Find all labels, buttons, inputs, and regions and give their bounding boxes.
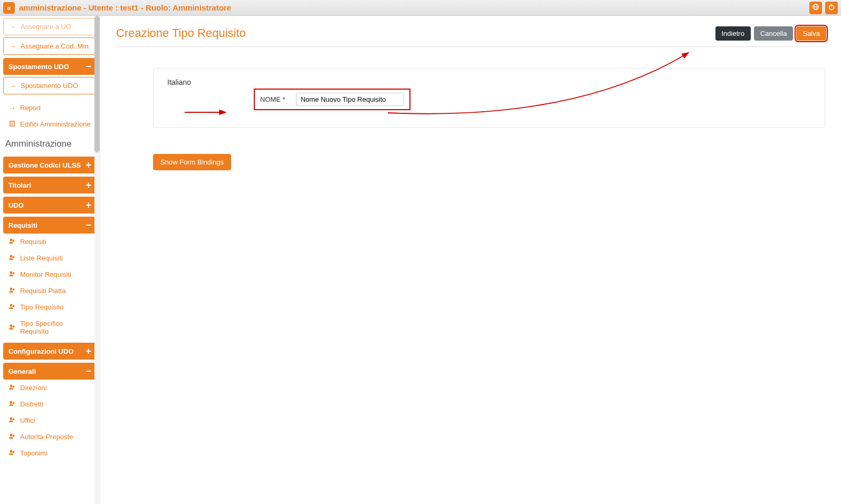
sidebar-item-report[interactable]: → Report: [3, 100, 97, 116]
power-icon: [828, 3, 835, 12]
svg-point-12: [10, 272, 13, 274]
user-edit-icon: [8, 303, 16, 311]
scrollbar-thumb[interactable]: [94, 16, 100, 152]
nome-input[interactable]: [296, 93, 404, 106]
group-config-udo[interactable]: Configurazioni UDO +: [3, 343, 97, 360]
app-title: amministrazione - Utente : test1 - Ruolo…: [19, 3, 231, 12]
sidebar-item-requisiti-piatta[interactable]: Requisiti Piatta: [3, 283, 97, 299]
sidebar-item-edifici[interactable]: Edifici Amministrazione: [3, 116, 97, 132]
main-content: Indietro Cancella Salva Creazione Tipo R…: [100, 16, 841, 504]
field-highlight: NOME *: [254, 89, 410, 110]
svg-point-13: [10, 288, 13, 290]
group-gestione-codici[interactable]: Gestione Codici ULSS +: [3, 157, 97, 173]
svg-rect-5: [10, 121, 14, 126]
plus-icon: +: [85, 200, 91, 210]
show-bindings-button[interactable]: Show Form Bindings: [153, 154, 231, 170]
sidebar-item-tipo-requisito[interactable]: Tipo Requisito: [3, 299, 97, 315]
group-label: Requisiti: [8, 221, 37, 229]
chevron-left-double-icon: «: [7, 4, 11, 12]
user-edit-icon: [8, 384, 16, 392]
sidebar-item-label: Direzioni: [20, 384, 47, 392]
group-label: Configurazioni UDO: [8, 347, 74, 355]
power-button[interactable]: [825, 2, 838, 14]
arrow-right-icon: →: [8, 104, 16, 112]
sidebar-item-spostamento-udo[interactable]: → Spostamento UDO: [3, 77, 97, 94]
sidebar-item-liste-requisiti[interactable]: Liste Requisiti: [3, 250, 97, 266]
arrow-right-icon: →: [9, 23, 16, 31]
group-label: UDO: [8, 201, 24, 209]
sidebar-scrollbar[interactable]: [94, 16, 100, 504]
sidebar-item-label: Tipo Requisito: [20, 303, 64, 311]
user-edit-icon: [8, 324, 16, 332]
user-edit-icon: [8, 416, 16, 424]
header-left: « amministrazione - Utente : test1 - Ruo…: [3, 2, 231, 14]
sidebar-toggle-button[interactable]: «: [3, 2, 15, 14]
cancel-button[interactable]: Cancella: [754, 26, 794, 41]
group-label: Spostamento UDO: [8, 63, 69, 71]
sidebar-item-label: Assegnare a UO: [21, 23, 71, 31]
svg-point-18: [10, 418, 13, 420]
user-edit-icon: [8, 400, 16, 408]
sidebar-item-toponimi[interactable]: Toponimi: [3, 445, 97, 461]
sidebar-item-label: Liste Requisiti: [20, 254, 63, 262]
globe-icon: [812, 3, 819, 12]
back-button[interactable]: Indietro: [715, 26, 751, 41]
user-edit-icon: [8, 449, 16, 457]
sidebar-item-uffici[interactable]: Uffici: [3, 412, 97, 429]
header-right: [809, 2, 838, 14]
sidebar-item-monitor-requisiti[interactable]: Monitor Requisiti: [3, 266, 97, 283]
sidebar-item-label: Toponimi: [20, 449, 47, 457]
field-row-nome: NOME *: [254, 89, 814, 110]
plus-icon: +: [85, 180, 91, 190]
group-label: Gestione Codici ULSS: [8, 161, 81, 169]
group-titolari[interactable]: Titolari +: [3, 177, 97, 193]
sidebar-item-assegnare-uo[interactable]: → Assegnare a UO: [3, 18, 97, 35]
svg-point-16: [10, 385, 13, 387]
svg-point-20: [10, 450, 13, 453]
save-button[interactable]: Salva: [796, 26, 826, 41]
plus-icon: +: [85, 346, 91, 356]
language-label: Italiano: [167, 78, 814, 86]
group-requisiti[interactable]: Requisiti −: [3, 217, 97, 234]
sidebar-item-label: Edifici Amministrazione: [20, 120, 91, 128]
svg-rect-8: [11, 124, 12, 125]
svg-rect-7: [13, 122, 14, 123]
svg-point-14: [10, 304, 13, 307]
sidebar-item-autorita-preposte[interactable]: Autorita Preposte: [3, 429, 97, 445]
svg-point-19: [10, 434, 13, 437]
user-edit-icon: [8, 238, 16, 246]
svg-point-10: [10, 239, 13, 241]
sidebar-item-distretti[interactable]: Distretti: [3, 396, 97, 412]
group-label: Titolari: [8, 181, 31, 189]
globe-button[interactable]: [809, 2, 822, 14]
group-label: Generali: [8, 367, 36, 375]
svg-point-17: [10, 401, 13, 404]
sidebar-item-label: Autorita Preposte: [20, 433, 73, 441]
sidebar-item-requisiti[interactable]: Requisiti: [3, 234, 97, 250]
sidebar-item-label: Tipo Specifico Requisito: [20, 319, 91, 335]
sidebar-item-label: Distretti: [20, 400, 43, 408]
sidebar-item-label: Requisiti Piatta: [20, 287, 66, 295]
user-edit-icon: [8, 254, 16, 262]
sidebar-item-label: Spostamento UDO: [21, 82, 78, 90]
minus-icon: −: [85, 62, 91, 71]
sidebar: → Assegnare a UO → Assegnare a Cod. Min.…: [0, 16, 100, 504]
plus-icon: +: [85, 160, 91, 170]
arrow-right-icon: →: [9, 82, 16, 90]
sidebar-item-assegnare-cod-min[interactable]: → Assegnare a Cod. Min.: [3, 37, 97, 55]
sidebar-item-direzioni[interactable]: Direzioni: [3, 380, 97, 396]
page-actions: Indietro Cancella Salva: [715, 26, 827, 41]
group-udo[interactable]: UDO +: [3, 197, 97, 214]
admin-section-label: Amministrazione: [3, 132, 97, 153]
user-edit-icon: [8, 433, 16, 441]
building-icon: [8, 120, 16, 128]
group-generali[interactable]: Generali −: [3, 363, 97, 380]
svg-point-15: [10, 324, 13, 327]
user-edit-icon: [8, 287, 16, 295]
header-bar: « amministrazione - Utente : test1 - Ruo…: [0, 0, 841, 16]
user-edit-icon: [8, 270, 16, 278]
group-spostamento-udo[interactable]: Spostamento UDO −: [3, 58, 97, 75]
divider: [116, 46, 825, 47]
svg-point-11: [10, 255, 13, 258]
sidebar-item-tipo-specifico-requisito[interactable]: Tipo Specifico Requisito: [3, 315, 97, 340]
